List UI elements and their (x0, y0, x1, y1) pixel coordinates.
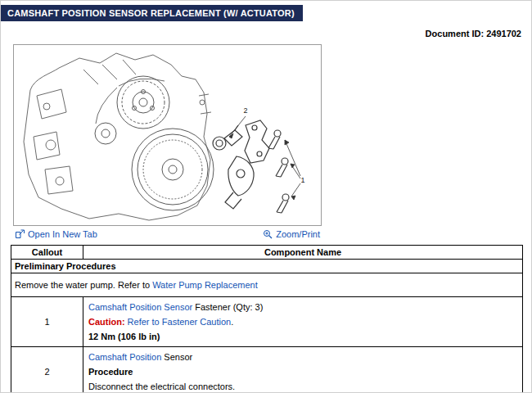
callout-header: Callout (11, 246, 83, 260)
table-header-row: Callout Component Name (11, 246, 523, 260)
page-title: CAMSHAFT POSITION SENSOR REPLACEMENT (W/… (1, 5, 303, 21)
component-title-line: Camshaft Position Sensor (88, 352, 517, 362)
table-row-callout-1: 1 Camshaft Position Sensor Fastener (Qty… (11, 297, 523, 347)
component-title-rest: Fastener (Qty: 3) (192, 302, 263, 312)
magnifier-icon (263, 229, 273, 239)
service-document-page: CAMSHAFT POSITION SENSOR REPLACEMENT (W/… (0, 0, 532, 393)
callout-number-1: 1 (11, 297, 83, 347)
procedure-text: Disconnect the electrical connectors. (88, 382, 517, 391)
zoom-print-label: Zoom/Print (276, 229, 320, 239)
zoom-print-link[interactable]: Zoom/Print (263, 229, 320, 239)
component-title-line: Camshaft Position Sensor Fastener (Qty: … (88, 302, 517, 312)
component-cell-2: Camshaft Position Sensor Procedure Disco… (83, 347, 523, 393)
component-cell-1: Camshaft Position Sensor Fastener (Qty: … (83, 297, 523, 347)
camshaft-position-link[interactable]: Camshaft Position (88, 352, 161, 362)
preliminary-text: Remove the water pump. Refer to (15, 280, 152, 290)
fastener-caution-link[interactable]: Refer to Fastener Caution (128, 317, 232, 327)
table-row-preliminary-title: Preliminary Procedures (11, 260, 523, 273)
open-in-new-tab-link[interactable]: Open In New Tab (15, 229, 97, 239)
table-row-preliminary-text: Remove the water pump. Refer to Water Pu… (11, 273, 523, 297)
figure-links: Open In New Tab Zoom/Print (13, 226, 322, 242)
diagram-callout-2: 2 (243, 106, 247, 115)
caution-period: . (231, 317, 233, 327)
open-in-new-tab-label: Open In New Tab (28, 229, 97, 239)
procedure-label: Procedure (88, 367, 517, 377)
external-link-icon (15, 229, 25, 239)
component-table: Callout Component Name Preliminary Proce… (11, 245, 523, 393)
callout-number-2: 2 (11, 347, 83, 393)
water-pump-replacement-link[interactable]: Water Pump Replacement (152, 280, 258, 290)
component-name-header: Component Name (83, 246, 523, 260)
diagram-callout-1: 1 (300, 176, 304, 184)
table-row-callout-2: 2 Camshaft Position Sensor Procedure Dis… (11, 347, 523, 393)
figure-box: 2 1 (13, 44, 322, 226)
component-title-rest: Sensor (161, 352, 192, 362)
torque-spec: 12 Nm (106 lb in) (88, 332, 517, 341)
preliminary-procedures-title: Preliminary Procedures (11, 260, 523, 273)
document-id: Document ID: 2491702 (1, 21, 531, 42)
caution-line: Caution:Refer to Fastener Caution. (88, 317, 517, 327)
preliminary-instruction: Remove the water pump. Refer to Water Pu… (11, 273, 523, 297)
engine-diagram: 2 1 (14, 45, 321, 225)
caution-label: Caution: (88, 317, 125, 327)
camshaft-position-sensor-link[interactable]: Camshaft Position Sensor (88, 302, 192, 312)
